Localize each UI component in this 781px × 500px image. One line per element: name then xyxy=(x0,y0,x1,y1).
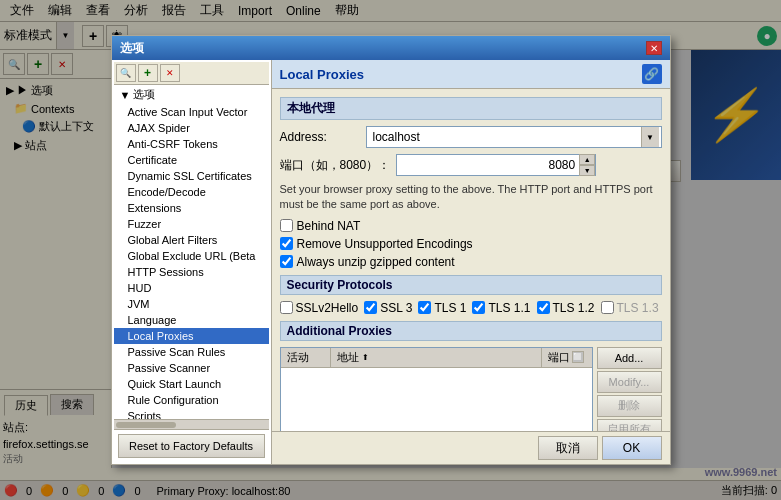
dialog-nav-toolbar: 🔍 + ✕ xyxy=(114,62,269,85)
dialog-nav: 🔍 + ✕ ▼ 选项 Active Scan Input Vector AJAX… xyxy=(112,60,272,464)
options-dialog: 选项 ✕ 🔍 + ✕ ▼ 选项 xyxy=(111,35,671,465)
nav-search-button[interactable]: 🔍 xyxy=(116,64,136,82)
nav-item-language[interactable]: Language xyxy=(114,312,269,328)
port-spinbox[interactable]: ▲ ▼ xyxy=(396,154,596,176)
additional-proxies-section: Additional Proxies 活动 地址 ⬆ xyxy=(280,321,662,431)
address-combo[interactable]: localhost ▼ xyxy=(366,126,662,148)
dialog-title-bar: 选项 ✕ xyxy=(112,36,670,60)
modify-proxy-button[interactable]: Modify... xyxy=(597,371,662,393)
cancel-button[interactable]: 取消 xyxy=(538,436,598,460)
add-proxy-button[interactable]: Add... xyxy=(597,347,662,369)
behind-nat-row: Behind NAT xyxy=(280,219,662,233)
ssl3-label: SSL 3 xyxy=(380,301,412,315)
sslv2hello-checkbox[interactable] xyxy=(280,301,293,314)
nav-item-passive-scanner[interactable]: Passive Scanner xyxy=(114,360,269,376)
remove-encodings-label: Remove Unsupported Encodings xyxy=(297,237,473,251)
table-header-row: 活动 地址 ⬆ 端口 ⬜ xyxy=(281,348,592,368)
nav-item-anti-csrf[interactable]: Anti-CSRF Tokens xyxy=(114,136,269,152)
behind-nat-label: Behind NAT xyxy=(297,219,361,233)
nav-item-certificate[interactable]: Certificate xyxy=(114,152,269,168)
port-down-button[interactable]: ▼ xyxy=(579,165,595,176)
panel-header-icon: 🔗 xyxy=(642,64,662,84)
nav-item-hud[interactable]: HUD xyxy=(114,280,269,296)
protocol-tls11: TLS 1.1 xyxy=(472,301,530,315)
nav-item-dynamic-ssl[interactable]: Dynamic SSL Certificates xyxy=(114,168,269,184)
unzip-content-label: Always unzip gzipped content xyxy=(297,255,455,269)
nav-item-local-proxies[interactable]: Local Proxies xyxy=(114,328,269,344)
remove-encodings-checkbox[interactable] xyxy=(280,237,293,250)
dialog-panel: Local Proxies 🔗 本地代理 Address: localhos xyxy=(272,60,670,464)
table-body xyxy=(281,368,592,431)
protocol-tls13: TLS 1.3 xyxy=(601,301,659,315)
nav-item-rule-config[interactable]: Rule Configuration xyxy=(114,392,269,408)
scrollbar-thumb xyxy=(116,422,176,428)
col-resize-icon[interactable]: ⬜ xyxy=(572,351,584,363)
ok-button[interactable]: OK xyxy=(602,436,662,460)
tls1-checkbox[interactable] xyxy=(418,301,431,314)
port-label: 端口（如，8080）： xyxy=(280,157,391,174)
address-row: Address: localhost ▼ xyxy=(280,126,662,148)
additional-proxies-header: Additional Proxies xyxy=(280,321,662,341)
protocol-tls1: TLS 1 xyxy=(418,301,466,315)
panel-header: Local Proxies 🔗 xyxy=(272,60,670,89)
remove-encodings-row: Remove Unsupported Encodings xyxy=(280,237,662,251)
dialog-title: 选项 xyxy=(120,40,144,57)
tls12-label: TLS 1.2 xyxy=(553,301,595,315)
dialog-close-button[interactable]: ✕ xyxy=(646,41,662,55)
unzip-content-checkbox[interactable] xyxy=(280,255,293,268)
tls13-checkbox[interactable] xyxy=(601,301,614,314)
enable-all-button[interactable]: 启用所有 xyxy=(597,419,662,431)
sslv2hello-label: SSLv2Hello xyxy=(296,301,359,315)
port-input[interactable] xyxy=(397,158,579,172)
nav-close-button[interactable]: ✕ xyxy=(160,64,180,82)
nav-item-active-scan[interactable]: Active Scan Input Vector xyxy=(114,104,269,120)
tls11-checkbox[interactable] xyxy=(472,301,485,314)
port-up-button[interactable]: ▲ xyxy=(579,154,595,165)
nav-item-scripts[interactable]: Scripts xyxy=(114,408,269,419)
col-header-port[interactable]: 端口 ⬜ xyxy=(542,348,592,367)
nav-scrollbar[interactable] xyxy=(114,419,269,429)
reset-button[interactable]: Reset to Factory Defaults xyxy=(118,434,265,458)
panel-content: 本地代理 Address: localhost ▼ 端口（如，8080）： xyxy=(272,89,670,431)
col-header-active: 活动 xyxy=(281,348,331,367)
proxies-table: 活动 地址 ⬆ 端口 ⬜ xyxy=(280,347,593,431)
tls13-label: TLS 1.3 xyxy=(617,301,659,315)
nav-item-http-sessions[interactable]: HTTP Sessions xyxy=(114,264,269,280)
nav-item-jvm[interactable]: JVM xyxy=(114,296,269,312)
proxy-info-text: Set your browser proxy setting to the ab… xyxy=(280,182,662,213)
address-combo-arrow[interactable]: ▼ xyxy=(641,127,659,147)
tls1-label: TLS 1 xyxy=(434,301,466,315)
proxies-table-container: 活动 地址 ⬆ 端口 ⬜ xyxy=(280,347,662,431)
address-value: localhost xyxy=(369,130,641,144)
nav-item-options-root[interactable]: ▼ 选项 xyxy=(114,85,269,104)
protocol-sslv2hello: SSLv2Hello xyxy=(280,301,359,315)
protocols-row: SSLv2Hello SSL 3 TLS 1 xyxy=(280,301,662,315)
nav-item-ajax-spider[interactable]: AJAX Spider xyxy=(114,120,269,136)
nav-item-global-exclude[interactable]: Global Exclude URL (Beta xyxy=(114,248,269,264)
tls12-checkbox[interactable] xyxy=(537,301,550,314)
nav-item-quick-start[interactable]: Quick Start Launch xyxy=(114,376,269,392)
local-proxy-section-header: 本地代理 xyxy=(280,97,662,120)
nav-item-fuzzer[interactable]: Fuzzer xyxy=(114,216,269,232)
protocol-ssl3: SSL 3 xyxy=(364,301,412,315)
security-protocols-header: Security Protocols xyxy=(280,275,662,295)
port-row: 端口（如，8080）： ▲ ▼ xyxy=(280,154,662,176)
nav-add-button[interactable]: + xyxy=(138,64,158,82)
unzip-content-row: Always unzip gzipped content xyxy=(280,255,662,269)
nav-item-extensions[interactable]: Extensions xyxy=(114,200,269,216)
tls11-label: TLS 1.1 xyxy=(488,301,530,315)
sort-icon: ⬆ xyxy=(362,353,369,362)
col-header-address[interactable]: 地址 ⬆ xyxy=(331,348,542,367)
dialog-nav-footer: Reset to Factory Defaults xyxy=(114,429,269,462)
dialog-footer: 取消 OK xyxy=(272,431,670,464)
panel-title: Local Proxies xyxy=(280,67,365,82)
behind-nat-checkbox[interactable] xyxy=(280,219,293,232)
network-icon: 🔗 xyxy=(644,67,659,81)
app-window: 文件 编辑 查看 分析 报告 工具 Import Online 帮助 标准模式 … xyxy=(0,0,781,500)
nav-item-passive-scan-rules[interactable]: Passive Scan Rules xyxy=(114,344,269,360)
nav-item-encode-decode[interactable]: Encode/Decode xyxy=(114,184,269,200)
delete-proxy-button[interactable]: 删除 xyxy=(597,395,662,417)
nav-item-global-alert[interactable]: Global Alert Filters xyxy=(114,232,269,248)
ssl3-checkbox[interactable] xyxy=(364,301,377,314)
proxy-action-buttons: Add... Modify... 删除 启用所有 禁止所有 xyxy=(597,347,662,431)
